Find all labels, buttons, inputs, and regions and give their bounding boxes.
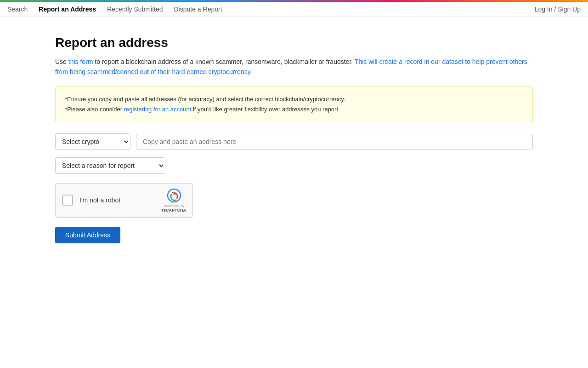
crypto-select[interactable]: Select crypto Bitcoin (BTC) Ethereum (ET… <box>55 133 130 150</box>
recaptcha-label: I'm not a robot <box>79 196 155 204</box>
submit-address-button[interactable]: Submit Address <box>55 227 120 243</box>
nav-search[interactable]: Search <box>7 6 28 13</box>
recaptcha-protected-label: Protected by <box>164 204 184 208</box>
desc-part1: Use <box>55 58 68 65</box>
page-description: Use this form to report a blockchain add… <box>55 57 533 77</box>
nav-dispute-a-report[interactable]: Dispute a Report <box>174 6 222 13</box>
nav-recently-submitted[interactable]: Recently Submitted <box>107 6 163 13</box>
navigation: Search Report an Address Recently Submit… <box>0 2 588 17</box>
recaptcha-logo-svg <box>167 188 181 203</box>
notice-line2-part1: *Please also consider <box>65 106 124 113</box>
reason-select[interactable]: Select a reason for report Scammer Ranso… <box>55 157 165 174</box>
main-content: Report an address Use this form to repor… <box>18 17 570 262</box>
address-input[interactable] <box>136 134 533 150</box>
recaptcha-brand-label: reCAPTCHA <box>162 208 186 213</box>
notice-register-link[interactable]: registering for an account <box>124 106 192 113</box>
recaptcha-checkbox[interactable] <box>62 195 73 206</box>
notice-line2-part2: if you'd like greater flexibility over a… <box>191 106 339 113</box>
crypto-address-row: Select crypto Bitcoin (BTC) Ethereum (ET… <box>55 133 533 150</box>
notice-line2: *Please also consider registering for an… <box>65 104 523 115</box>
recaptcha-logo: Protected by reCAPTCHA <box>162 188 186 213</box>
recaptcha-widget[interactable]: I'm not a robot Protected by reCAPTCHA <box>55 183 193 218</box>
notice-box: *Ensure you copy and paste all addresses… <box>55 86 533 122</box>
page-title: Report an address <box>55 35 533 50</box>
desc-link1[interactable]: this form <box>68 58 93 65</box>
login-signup-link[interactable]: Log In / Sign Up <box>535 6 581 13</box>
desc-part2: to report a blockchain address of a know… <box>93 58 354 65</box>
notice-line1: *Ensure you copy and paste all addresses… <box>65 94 523 104</box>
nav-report-an-address[interactable]: Report an Address <box>39 6 96 13</box>
nav-right: Log In / Sign Up <box>535 6 581 13</box>
nav-links: Search Report an Address Recently Submit… <box>7 6 535 13</box>
